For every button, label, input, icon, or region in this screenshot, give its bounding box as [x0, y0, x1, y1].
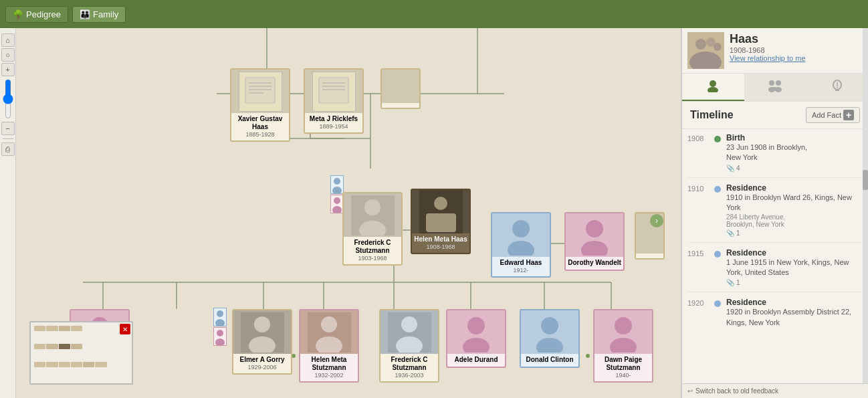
elmer-name: Elmer A Gorry	[233, 356, 291, 364]
person-card-xavier[interactable]: Xavier Gustav Haas 1885-1928	[230, 68, 290, 142]
attachment-count-1: 4	[736, 165, 740, 172]
right-panel: Haas 1908-1968 View relationship to me T…	[681, 28, 868, 398]
frederick-name: Frederick C Stutzmann	[344, 239, 401, 255]
person-card-edward[interactable]: Edward Haas 1912-	[491, 212, 551, 278]
svg-rect-30	[319, 78, 348, 103]
paperclip-icon: 📎	[726, 165, 734, 172]
residence-1910-label: Residence	[726, 183, 863, 193]
donald-name: Donald Clinton	[521, 356, 578, 364]
person-card-frederick2[interactable]: Frederick C Stutzmann 1936-2003	[379, 309, 439, 383]
svg-point-35	[332, 187, 342, 193]
family-label: Family	[93, 9, 118, 19]
person-card-elmer[interactable]: Elmer A Gorry 1929-2006	[232, 309, 292, 375]
year-1915: 1915	[687, 248, 709, 287]
timeline-event-birth: 1908 Birth 23 Jun 1908 in Brooklyn,New Y…	[682, 129, 868, 176]
zoom-slider[interactable]	[3, 79, 13, 119]
zoom-out-button[interactable]: −	[1, 122, 15, 135]
svg-point-82	[769, 80, 774, 86]
residence-1910-address: 284 Liberty Avenue,Brooklyn, New York	[726, 213, 863, 228]
helen-name: Helen Meta Haas	[412, 235, 469, 243]
svg-point-45	[512, 220, 530, 237]
profile-dates: 1908-1968	[730, 46, 806, 54]
svg-point-48	[586, 220, 603, 237]
dorothy-name: Dorothy Wandelt	[566, 259, 623, 267]
svg-rect-88	[835, 89, 839, 91]
person-card-adele[interactable]: Adele Durand	[446, 309, 506, 368]
home-button[interactable]: ⌂	[1, 33, 15, 47]
timeline-content: 1908 Birth 23 Jun 1908 in Brooklyn,New Y…	[682, 129, 868, 379]
feedback-text[interactable]: Switch back to old feedback	[695, 387, 778, 395]
tool-divider	[3, 138, 13, 139]
feedback-arrow-icon: ↩	[687, 387, 693, 395]
svg-point-73	[615, 317, 632, 334]
tree-area: Xavier Gustav Haas 1885-1928 Meta J Rick…	[16, 28, 681, 398]
divider-2	[687, 242, 863, 243]
svg-point-56	[215, 338, 225, 345]
add-fact-button[interactable]: Add Fact +	[806, 107, 860, 123]
frederick2-dates: 1936-2003	[381, 372, 438, 379]
person-card-helen[interactable]: Helen Meta Haas 1908-1968	[411, 189, 471, 254]
profile-info: Haas 1908-1968 View relationship to me	[730, 32, 806, 62]
right-panel-scrollbar[interactable]	[863, 28, 868, 383]
frederick-photo	[344, 193, 401, 237]
helen-m-photo	[300, 310, 358, 354]
svg-point-42	[434, 197, 447, 210]
svg-point-37	[332, 206, 342, 213]
tab-person[interactable]	[682, 74, 744, 101]
elmer-dates: 1929-2006	[233, 364, 291, 371]
add-fact-label: Add Fact	[812, 111, 841, 119]
svg-point-80	[710, 80, 716, 87]
profile-section: Haas 1908-1968 View relationship to me	[682, 28, 868, 74]
person-card-dawn[interactable]: Dawn Paige Stutzmann 1940-	[593, 309, 653, 383]
pedigree-icon: 🌳	[13, 9, 23, 19]
profile-name: Haas	[730, 32, 806, 46]
person-card-donald[interactable]: Donald Clinton	[520, 309, 580, 368]
dorothy-photo	[566, 213, 623, 257]
person-card-gen1-right[interactable]	[381, 68, 421, 109]
helen-m-name: Helen Meta Stutzmann	[300, 356, 358, 372]
svg-point-54	[215, 319, 225, 326]
residence-1910-detail: 1910 in Brooklyn Ward 26, Kings, New Yor…	[726, 193, 863, 213]
svg-rect-43	[426, 213, 456, 232]
attachment-count-3: 1	[736, 279, 740, 286]
residence-1915-event: Residence 1 June 1915 in New York, Kings…	[726, 248, 863, 287]
xavier-doc	[239, 72, 282, 112]
pedigree-label: Pedigree	[26, 9, 61, 19]
adele-photo	[447, 310, 505, 354]
residence-1915-label: Residence	[726, 248, 863, 258]
expand-button[interactable]: ›	[650, 214, 663, 227]
print-button[interactable]: ⎙	[1, 142, 15, 156]
person-card-meta-j[interactable]: Meta J Ricklefs 1889-1954	[304, 68, 364, 134]
person-card-dorothy[interactable]: Dorothy Wandelt	[564, 212, 625, 271]
pedigree-button[interactable]: 🌳 Pedigree	[5, 6, 68, 23]
elmer-photo	[233, 310, 291, 354]
residence-1915-detail: 1 June 1915 in New York, Kings, New York…	[726, 258, 863, 278]
dawn-dates: 1940-	[594, 372, 652, 379]
dawn-name: Dawn Paige Stutzmann	[594, 356, 652, 372]
family-button[interactable]: 👪 Family	[72, 6, 126, 23]
zoom-in-button[interactable]: +	[1, 63, 15, 76]
svg-point-53	[217, 310, 223, 317]
year-1910: 1910	[687, 183, 709, 237]
person-card-helen-m[interactable]: Helen Meta Stutzmann 1932-2002	[299, 309, 359, 383]
relationship-link[interactable]: View relationship to me	[730, 54, 806, 62]
gen1-right-photo	[382, 70, 419, 103]
divider-3	[687, 292, 863, 292]
timeline-title: Timeline	[690, 109, 734, 121]
tab-hints[interactable]	[806, 74, 868, 101]
helen-photo	[412, 190, 469, 233]
person-search-button[interactable]: ○	[1, 48, 15, 62]
person-card-frederick[interactable]: Frederick C Stutzmann 1903-1968	[342, 192, 403, 266]
svg-point-86	[775, 87, 782, 92]
residence-1920-event: Residence 1920 in Brooklyn Assembly Dist…	[726, 298, 863, 328]
tab-family[interactable]	[744, 74, 806, 101]
svg-point-83	[776, 80, 781, 86]
mini-map: ✕	[29, 321, 133, 385]
svg-point-39	[364, 199, 381, 215]
meta-j-doc	[312, 72, 356, 112]
meta-j-name: Meta J Ricklefs	[305, 115, 362, 123]
svg-point-34	[334, 178, 340, 185]
svg-point-61	[321, 316, 337, 332]
svg-point-36	[334, 197, 340, 204]
scrollbar-thumb	[863, 170, 868, 190]
